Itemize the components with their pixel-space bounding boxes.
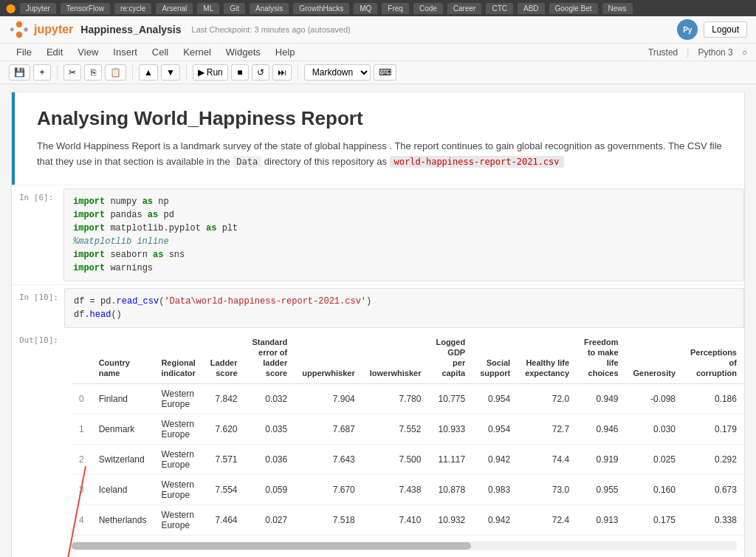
browser-tab[interactable]: GrowthHacks — [293, 3, 349, 14]
python-badge: Py — [677, 19, 698, 40]
browser-tab[interactable]: Git — [224, 3, 245, 14]
browser-tab[interactable]: Jupyter — [20, 3, 56, 14]
move-down-button[interactable]: ▼ — [161, 64, 180, 81]
table-cell-country: Netherlands — [92, 505, 154, 535]
table-cell-lower: 7.552 — [362, 414, 429, 444]
cut-button[interactable]: ✂ — [63, 64, 81, 81]
table-cell-ladder: 7.571 — [203, 444, 245, 474]
menu-widgets[interactable]: Widgets — [219, 44, 268, 61]
browser-tab[interactable]: News — [602, 3, 633, 14]
table-cell-upper: 7.643 — [295, 444, 362, 474]
jupyter-logo-icon: Ju — [9, 19, 30, 40]
keyboard-shortcut-button[interactable]: ⌨ — [374, 64, 396, 81]
browser-tab[interactable]: Arsenal — [156, 3, 193, 14]
col-header-std: Standarderror ofladderscore — [245, 332, 295, 384]
logout-button[interactable]: Logout — [704, 21, 747, 38]
menu-edit[interactable]: Edit — [39, 44, 70, 61]
table-cell-generosity: 0.025 — [626, 444, 683, 474]
table-cell-ladder: 7.842 — [203, 383, 245, 414]
table-cell-corruption: 0.338 — [683, 505, 744, 535]
col-header-country: Countryname — [92, 332, 154, 384]
run-button[interactable]: ▶ Run — [193, 64, 228, 81]
menu-view[interactable]: View — [70, 44, 106, 61]
table-cell-generosity: 0.030 — [626, 414, 683, 444]
browser-tab[interactable]: Google Bet — [549, 3, 598, 14]
table-row: 4NetherlandsWestern Europe7.4640.0277.51… — [72, 505, 744, 535]
move-up-button[interactable]: ▲ — [139, 64, 158, 81]
table-cell-country: Finland — [92, 383, 154, 414]
browser-tab[interactable]: MQ — [354, 3, 377, 14]
table-cell-regional: Western Europe — [154, 505, 202, 535]
svg-point-1 — [16, 32, 22, 38]
notebook-name[interactable]: Happiness_Analysis — [80, 24, 181, 35]
svg-text:Ju: Ju — [12, 27, 18, 33]
readcsv-cell: In [10]: df = pd.read_csv('Data\world-ha… — [12, 284, 744, 331]
browser-tab[interactable]: Freq — [382, 3, 409, 14]
browser-tab[interactable]: Career — [447, 3, 482, 14]
menu-cell[interactable]: Cell — [145, 44, 176, 61]
menu-insert[interactable]: Insert — [106, 44, 145, 61]
table-scroll[interactable]: Countryname Regionalindicator Ladderscor… — [64, 332, 744, 539]
cell-type-select[interactable]: Markdown Code Raw — [304, 64, 371, 81]
col-header-freedom: Freedomto makelifechoices — [577, 332, 625, 384]
notebook-description: The World Happiness Report is a landmark… — [37, 139, 722, 170]
menu-kernel[interactable]: Kernel — [176, 44, 219, 61]
col-header-corruption: Perceptionsofcorruption — [683, 332, 744, 384]
browser-tab[interactable]: re:cycle — [114, 3, 151, 14]
table-cell-regional: Western Europe — [154, 474, 202, 505]
notebook-title: Analysing World_Happiness Report — [37, 107, 722, 130]
table-cell-corruption: 0.673 — [683, 474, 744, 505]
paste-button[interactable]: 📋 — [105, 64, 126, 81]
col-header-upper: upperwhisker — [295, 332, 362, 384]
import-cell: In [6]: import numpy as np import pandas… — [12, 185, 744, 284]
table-cell-logged_gdp: 10.933 — [428, 414, 472, 444]
browser-tab[interactable]: TensorFlow — [61, 3, 110, 14]
table-row: 0FinlandWestern Europe7.8420.0327.9047.7… — [72, 383, 744, 414]
table-cell-ladder: 7.620 — [203, 414, 245, 444]
copy-button[interactable]: ⎘ — [84, 64, 102, 81]
red-arrow-svg — [52, 459, 97, 557]
cell-input-1[interactable]: import numpy as np import pandas as pd i… — [63, 188, 744, 281]
menu-file[interactable]: File — [9, 44, 39, 61]
scrollbar-thumb — [72, 542, 471, 550]
save-button[interactable]: 💾 — [9, 64, 30, 81]
markdown-cell: Analysing World_Happiness Report The Wor… — [12, 92, 744, 185]
jupyter-navbar: Ju jupyter Happiness_Analysis Last Check… — [0, 16, 756, 44]
cell-label-2: In [10]: — [12, 288, 64, 302]
table-cell-corruption: 0.179 — [683, 414, 744, 444]
svg-point-0 — [16, 21, 22, 27]
restart-button[interactable]: ↺ — [252, 64, 269, 81]
restart-run-button[interactable]: ⏭ — [272, 64, 292, 81]
table-cell-std_error: 0.035 — [245, 414, 295, 444]
table-cell-healthy: 72.7 — [518, 414, 577, 444]
browser-tab[interactable]: Code — [413, 3, 443, 14]
browser-tab[interactable]: Analysis — [250, 3, 289, 14]
table-cell-regional: Western Europe — [154, 414, 202, 444]
col-header-healthy: Healthy lifeexpectancy — [518, 332, 577, 384]
browser-tab[interactable]: ABD — [518, 3, 545, 14]
browser-tab[interactable]: ML — [197, 3, 219, 14]
add-cell-button[interactable]: + — [33, 64, 51, 81]
cell-input-2[interactable]: df = pd.read_csv('Data\world-happiness-r… — [64, 288, 744, 328]
table-cell-healthy: 73.0 — [518, 474, 577, 505]
col-header-social: Socialsupport — [472, 332, 518, 384]
stop-button[interactable]: ■ — [231, 64, 249, 81]
table-cell-healthy: 74.4 — [518, 444, 577, 474]
table-cell-logged_gdp: 10.878 — [428, 474, 472, 505]
table-cell-lower: 7.410 — [362, 505, 429, 535]
table-cell-idx: 1 — [72, 414, 92, 444]
table-scrollbar[interactable] — [72, 541, 737, 550]
checkpoint-text: Last Checkpoint: 3 minutes ago (autosave… — [192, 25, 351, 34]
toolbar: 💾 + ✂ ⎘ 📋 ▲ ▼ ▶ Run ■ ↺ ⏭ Markdown Code … — [0, 61, 756, 84]
kernel-status-icon: ○ — [742, 47, 747, 58]
table-cell-std_error: 0.059 — [245, 474, 295, 505]
browser-tab[interactable]: CTC — [486, 3, 513, 14]
table-cell-lower: 7.780 — [362, 383, 429, 414]
table-cell-healthy: 72.4 — [518, 505, 577, 535]
menu-help[interactable]: Help — [268, 44, 303, 61]
col-header-idx — [72, 332, 92, 384]
table-row: 2SwitzerlandWestern Europe7.5710.0367.64… — [72, 444, 744, 474]
table-cell-social: 0.954 — [472, 383, 518, 414]
notebook-content: Analysing World_Happiness Report The Wor… — [11, 92, 745, 557]
table-cell-logged_gdp: 11.117 — [428, 444, 472, 474]
